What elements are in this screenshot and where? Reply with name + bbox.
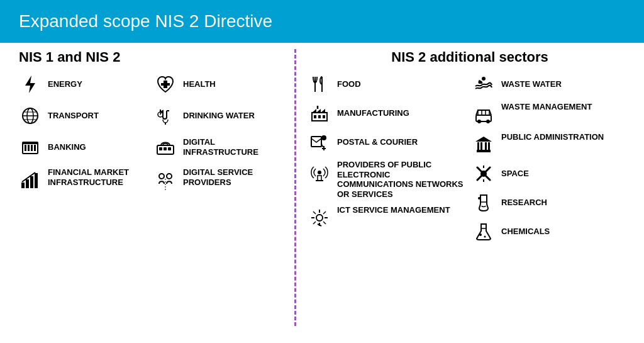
nis1-items-grid: ENERGY HEALTH — [19, 73, 283, 191]
item-drinking-water: DRINKING WATER — [154, 104, 283, 127]
svg-point-43 — [316, 215, 323, 221]
item-electronic-comms: PROVIDERS OF PUBLIC ELECTRONIC COMMUNICA… — [308, 160, 467, 199]
svg-rect-12 — [28, 145, 30, 151]
wastewater-icon — [472, 73, 495, 96]
item-ict: ICT SERVICE MANAGEMENT — [308, 205, 467, 229]
svg-rect-34 — [318, 115, 321, 118]
svg-line-49 — [323, 222, 326, 224]
svg-point-53 — [482, 77, 486, 81]
svg-rect-21 — [26, 179, 29, 188]
research-label: RESEARCH — [501, 198, 547, 208]
svg-point-77 — [484, 236, 486, 238]
svg-point-25 — [167, 174, 172, 179]
svg-rect-13 — [31, 145, 33, 151]
svg-marker-0 — [25, 76, 35, 93]
svg-rect-20 — [21, 183, 25, 188]
manufacturing-icon — [308, 102, 331, 125]
svg-line-50 — [323, 211, 326, 214]
waste-mgmt-icon — [472, 103, 495, 126]
svg-rect-37 — [311, 137, 321, 147]
banking-icon — [19, 136, 42, 159]
svg-rect-19 — [168, 147, 171, 150]
digital-service-icon — [154, 169, 177, 191]
svg-rect-11 — [25, 145, 26, 151]
item-digital-infra: DIGITAL INFRASTRUCTURE — [154, 136, 283, 159]
item-banking: BANKING — [19, 136, 148, 159]
nis1-section: NIS 1 and NIS 2 ENERGY — [19, 49, 289, 326]
postal-label: POSTAL & COURIER — [337, 137, 418, 147]
svg-rect-23 — [35, 173, 38, 188]
svg-rect-64 — [480, 142, 482, 150]
svg-rect-22 — [30, 176, 33, 188]
nis2-left-col: FOOD — [308, 73, 467, 243]
food-label: FOOD — [337, 79, 361, 89]
svg-point-55 — [477, 120, 481, 123]
transport-label: TRANSPORT — [48, 111, 99, 121]
item-public-admin: PUBLIC ADMINISTRATION — [472, 132, 631, 156]
postal-icon — [308, 131, 331, 154]
chemicals-label: CHEMICALS — [501, 227, 550, 237]
svg-rect-62 — [477, 150, 491, 152]
svg-point-74 — [478, 197, 480, 200]
nis2-right-col: WASTE WATER — [472, 73, 631, 243]
transport-icon — [19, 104, 42, 127]
item-research: RESEARCH — [472, 191, 631, 214]
svg-rect-18 — [164, 147, 167, 150]
svg-rect-14 — [34, 145, 36, 151]
waste-mgmt-label: WASTE MANAGEMENT — [501, 102, 592, 112]
item-financial: FINANCIAL MARKET INFRASTRUCTURE — [19, 167, 148, 191]
item-chemicals: CHEMICALS — [472, 220, 631, 243]
item-energy: ENERGY — [19, 73, 148, 96]
page-container: Expanded scope NIS 2 Directive NIS 1 and… — [0, 0, 644, 332]
public-admin-icon — [472, 133, 495, 156]
item-digital-service: DIGITAL SERVICE PROVIDERS — [154, 167, 283, 191]
drinking-water-icon — [154, 104, 177, 127]
header-bar: Expanded scope NIS 2 Directive — [0, 0, 644, 43]
svg-rect-41 — [318, 176, 321, 181]
svg-point-69 — [480, 171, 487, 177]
energy-label: ENERGY — [48, 79, 82, 89]
ict-icon — [308, 206, 331, 229]
svg-rect-66 — [488, 142, 490, 150]
svg-point-24 — [159, 174, 164, 179]
health-icon — [154, 73, 177, 96]
ict-label: ICT SERVICE MANAGEMENT — [337, 205, 450, 215]
svg-rect-35 — [323, 115, 325, 118]
electronic-comms-icon — [308, 161, 331, 184]
chemicals-icon — [472, 220, 495, 243]
svg-rect-63 — [477, 142, 479, 150]
financial-label: FINANCIAL MARKET INFRASTRUCTURE — [48, 167, 148, 187]
item-space: SPACE — [472, 162, 631, 185]
item-food: FOOD — [308, 73, 467, 96]
svg-line-52 — [318, 224, 321, 226]
space-icon — [472, 162, 495, 185]
svg-line-51 — [313, 222, 316, 224]
financial-icon — [19, 169, 42, 191]
item-waste-mgmt: WASTE MANAGEMENT — [472, 102, 631, 126]
item-wastewater: WASTE WATER — [472, 73, 631, 96]
nis2-section: NIS 2 additional sectors F — [302, 49, 631, 326]
space-label: SPACE — [501, 169, 529, 179]
digital-infra-icon — [154, 136, 177, 159]
svg-rect-17 — [159, 147, 162, 150]
page-title: Expanded scope NIS 2 Directive — [19, 11, 625, 31]
svg-point-38 — [321, 135, 326, 140]
nis1-title: NIS 1 and NIS 2 — [19, 49, 283, 65]
wastewater-label: WASTE WATER — [501, 79, 562, 89]
item-health: HEALTH — [154, 73, 283, 96]
item-manufacturing: MANUFACTURING — [308, 102, 467, 125]
digital-infra-label: DIGITAL INFRASTRUCTURE — [183, 137, 283, 157]
nis2-title: NIS 2 additional sectors — [308, 49, 631, 65]
digital-service-label: DIGITAL SERVICE PROVIDERS — [183, 167, 283, 187]
svg-marker-61 — [475, 137, 492, 142]
research-icon — [472, 191, 495, 214]
energy-icon — [19, 73, 42, 96]
main-content: NIS 1 and NIS 2 ENERGY — [0, 43, 644, 332]
svg-line-48 — [313, 211, 316, 214]
svg-point-76 — [479, 233, 482, 236]
public-admin-label: PUBLIC ADMINISTRATION — [501, 132, 604, 142]
electronic-comms-label: PROVIDERS OF PUBLIC ELECTRONIC COMMUNICA… — [337, 160, 467, 199]
section-divider — [294, 49, 297, 326]
svg-point-40 — [318, 171, 321, 174]
banking-label: BANKING — [48, 142, 86, 152]
